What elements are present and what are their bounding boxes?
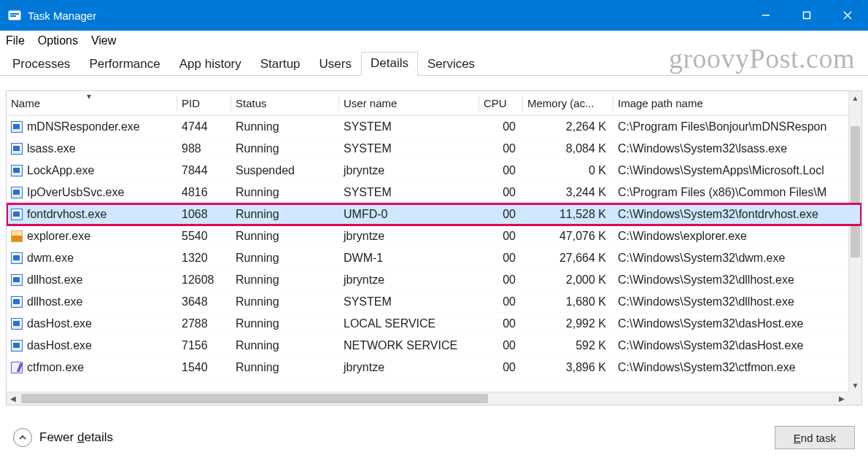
cell-path: C:\Windows\System32\ctfmon.exe	[613, 361, 861, 374]
col-name-label: Name	[11, 97, 40, 109]
cell-pid: 4816	[177, 186, 231, 199]
col-name[interactable]: Name ▾	[7, 91, 177, 115]
cell-path: C:\Windows\System32\dasHost.exe	[613, 317, 861, 330]
app-icon	[11, 252, 23, 264]
cell-path: C:\Windows\System32\lsass.exe	[613, 142, 861, 155]
table-row[interactable]: dasHost.exe2788RunningLOCAL SERVICE002,9…	[7, 313, 861, 335]
col-user[interactable]: User name	[339, 91, 479, 115]
cell-status: Running	[231, 252, 339, 265]
vertical-scroll-thumb[interactable]	[850, 126, 860, 257]
cell-name: IpOverUsbSvc.exe	[7, 186, 177, 199]
tab-startup[interactable]: Startup	[251, 53, 310, 76]
cell-path: C:\Windows\System32\dwm.exe	[613, 252, 861, 265]
table-row[interactable]: mDNSResponder.exe4744RunningSYSTEM002,26…	[7, 116, 861, 138]
cell-mem: 3,244 K	[523, 186, 613, 199]
cell-cpu: 00	[479, 252, 523, 265]
cell-name: LockApp.exe	[7, 164, 177, 177]
table-row[interactable]: lsass.exe988RunningSYSTEM008,084 KC:\Win…	[7, 138, 861, 160]
app-icon	[11, 165, 23, 176]
table-row[interactable]: dasHost.exe7156RunningNETWORK SERVICE005…	[7, 335, 861, 357]
table-row[interactable]: dwm.exe1320RunningDWM-10027,664 KC:\Wind…	[7, 247, 861, 269]
app-icon	[11, 318, 23, 330]
scroll-right-icon[interactable]: ▶	[835, 395, 848, 403]
table-row[interactable]: IpOverUsbSvc.exe4816RunningSYSTEM003,244…	[7, 182, 861, 203]
cell-pid: 988	[177, 142, 231, 155]
end-task-button[interactable]: End task	[775, 426, 855, 449]
tab-performance[interactable]: Performance	[80, 53, 169, 76]
cell-pid: 1320	[177, 252, 231, 265]
cell-name: ctfmon.exe	[7, 361, 177, 374]
col-mem[interactable]: Memory (ac...	[523, 91, 613, 115]
tab-processes[interactable]: Processes	[3, 53, 80, 76]
app-icon	[11, 143, 23, 155]
col-pid[interactable]: PID	[177, 91, 231, 115]
tab-details[interactable]: Details	[361, 52, 418, 76]
tab-services[interactable]: Services	[418, 53, 484, 76]
svg-rect-2	[10, 15, 16, 17]
table-row[interactable]: dllhost.exe12608Runningjbryntze002,000 K…	[7, 269, 861, 291]
horizontal-scroll-thumb[interactable]	[21, 394, 488, 403]
table-row[interactable]: dllhost.exe3648RunningSYSTEM001,680 KC:\…	[7, 291, 861, 313]
fewer-details-toggle[interactable]: Fewer details	[13, 428, 113, 447]
minimize-button[interactable]	[745, 0, 786, 31]
cell-path: C:\Windows\System32\fontdrvhost.exe	[613, 208, 861, 221]
close-button[interactable]	[827, 0, 868, 31]
cell-pid: 7844	[177, 164, 231, 177]
process-name: dasHost.exe	[27, 339, 92, 352]
table-header: Name ▾ PID Status User name CPU Memory (…	[7, 91, 861, 116]
menu-file[interactable]: File	[6, 34, 25, 47]
cell-user: jbryntze	[339, 164, 479, 177]
table-row[interactable]: explorer.exe5540Runningjbryntze0047,076 …	[7, 225, 861, 247]
tab-app-history[interactable]: App history	[170, 53, 251, 76]
cell-user: jbryntze	[339, 273, 479, 287]
svg-rect-1	[10, 13, 19, 15]
cell-mem: 1,680 K	[523, 295, 613, 308]
cell-cpu: 00	[479, 164, 523, 177]
cell-name: dasHost.exe	[7, 317, 177, 330]
process-name: dwm.exe	[27, 252, 74, 265]
cell-cpu: 00	[479, 273, 523, 287]
horizontal-scrollbar[interactable]: ◀ ▶	[7, 392, 848, 405]
process-name: dllhost.exe	[27, 295, 83, 308]
cell-pid: 2788	[177, 317, 231, 330]
cell-status: Running	[231, 273, 339, 287]
menu-options[interactable]: Options	[38, 34, 78, 47]
maximize-button[interactable]	[786, 0, 827, 31]
col-status[interactable]: Status	[231, 91, 339, 115]
process-name: mDNSResponder.exe	[27, 120, 140, 133]
cell-status: Running	[231, 339, 339, 352]
cell-status: Running	[231, 208, 339, 221]
app-icon	[11, 209, 23, 220]
cell-pid: 3648	[177, 295, 231, 308]
cell-name: mDNSResponder.exe	[7, 120, 177, 133]
cell-status: Running	[231, 186, 339, 199]
ctfmon-icon	[11, 362, 23, 373]
table-row[interactable]: LockApp.exe7844Suspendedjbryntze000 KC:\…	[7, 160, 861, 182]
col-path[interactable]: Image path name	[613, 91, 861, 115]
tab-users[interactable]: Users	[310, 53, 361, 76]
process-name: dasHost.exe	[27, 317, 92, 330]
table-row[interactable]: fontdrvhost.exe1068RunningUMFD-00011,528…	[7, 203, 861, 225]
scroll-down-icon[interactable]: ▼	[849, 379, 861, 392]
cell-name: dllhost.exe	[7, 273, 177, 287]
process-name: dllhost.exe	[27, 273, 83, 287]
cell-status: Running	[231, 230, 339, 243]
cell-user: DWM-1	[339, 252, 479, 265]
app-icon	[7, 8, 22, 23]
menubar: File Options View	[0, 31, 868, 51]
cell-user: NETWORK SERVICE	[339, 339, 479, 352]
tabstrip: ProcessesPerformanceApp historyStartupUs…	[0, 51, 868, 76]
cell-path: C:\Windows\SystemApps\Microsoft.Locl	[613, 164, 861, 177]
vertical-scrollbar[interactable]: ▲ ▼	[848, 91, 861, 392]
titlebar: Task Manager	[0, 0, 868, 31]
details-table: Name ▾ PID Status User name CPU Memory (…	[6, 90, 862, 405]
cell-name: lsass.exe	[7, 142, 177, 155]
scroll-up-icon[interactable]: ▲	[849, 91, 861, 104]
cell-path: C:\Windows\explorer.exe	[613, 230, 861, 243]
scroll-left-icon[interactable]: ◀	[7, 395, 20, 403]
col-cpu[interactable]: CPU	[479, 91, 523, 115]
table-row[interactable]: ctfmon.exe1540Runningjbryntze003,896 KC:…	[7, 357, 861, 379]
app-icon	[11, 296, 23, 308]
cell-mem: 3,896 K	[523, 361, 613, 374]
menu-view[interactable]: View	[91, 34, 116, 47]
